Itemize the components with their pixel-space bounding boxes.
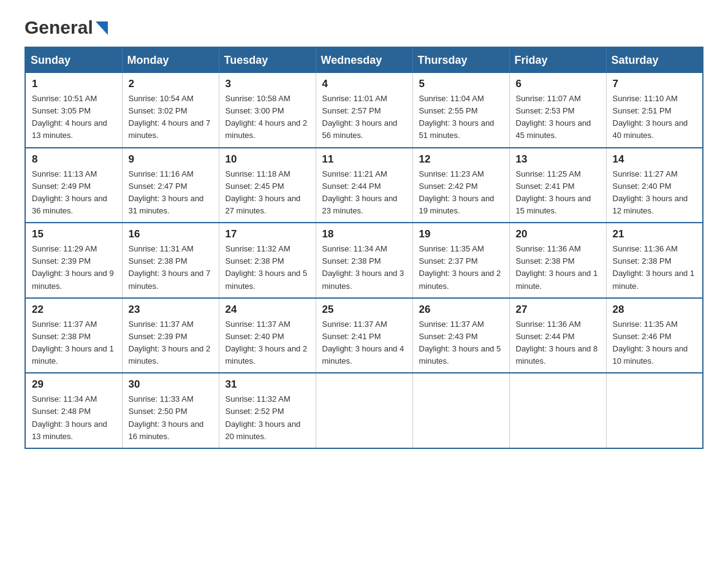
day-info: Sunrise: 11:18 AMSunset: 2:45 PMDaylight… <box>226 168 309 218</box>
day-number: 4 <box>322 78 406 90</box>
calendar-cell: 11 Sunrise: 11:21 AMSunset: 2:44 PMDayli… <box>316 148 412 223</box>
day-number: 19 <box>419 228 503 240</box>
calendar-week-5: 29 Sunrise: 11:34 AMSunset: 2:48 PMDayli… <box>25 373 703 448</box>
calendar-cell: 28 Sunrise: 11:35 AMSunset: 2:46 PMDayli… <box>606 298 703 373</box>
day-info: Sunrise: 11:16 AMSunset: 2:47 PMDaylight… <box>129 168 213 218</box>
day-number: 5 <box>419 78 503 90</box>
calendar-cell: 15 Sunrise: 11:29 AMSunset: 2:39 PMDayli… <box>25 223 122 298</box>
calendar-header-saturday: Saturday <box>606 47 703 73</box>
day-info: Sunrise: 11:25 AMSunset: 2:41 PMDaylight… <box>516 168 600 218</box>
day-info: Sunrise: 10:51 AMSunset: 3:05 PMDaylight… <box>32 93 116 142</box>
calendar-cell: 21 Sunrise: 11:36 AMSunset: 2:38 PMDayli… <box>606 223 703 298</box>
day-info: Sunrise: 11:35 AMSunset: 2:37 PMDaylight… <box>419 243 503 293</box>
day-number: 24 <box>226 304 309 316</box>
day-info: Sunrise: 11:01 AMSunset: 2:57 PMDaylight… <box>322 93 406 142</box>
day-info: Sunrise: 11:07 AMSunset: 2:53 PMDaylight… <box>516 93 600 142</box>
calendar-header-monday: Monday <box>122 47 219 73</box>
day-number: 21 <box>613 228 697 240</box>
day-info: Sunrise: 11:23 AMSunset: 2:42 PMDaylight… <box>419 168 503 218</box>
calendar-header-row: SundayMondayTuesdayWednesdayThursdayFrid… <box>25 47 703 73</box>
day-number: 22 <box>32 304 116 316</box>
day-info: Sunrise: 11:32 AMSunset: 2:38 PMDaylight… <box>226 243 309 293</box>
calendar-header-wednesday: Wednesday <box>316 47 412 73</box>
calendar-cell: 10 Sunrise: 11:18 AMSunset: 2:45 PMDayli… <box>219 148 316 223</box>
calendar-week-2: 8 Sunrise: 11:13 AMSunset: 2:49 PMDaylig… <box>25 148 703 223</box>
day-number: 8 <box>32 153 116 166</box>
day-info: Sunrise: 11:10 AMSunset: 2:51 PMDaylight… <box>613 93 697 142</box>
calendar-header-sunday: Sunday <box>25 47 122 73</box>
calendar-cell: 17 Sunrise: 11:32 AMSunset: 2:38 PMDayli… <box>219 223 316 298</box>
calendar-week-4: 22 Sunrise: 11:37 AMSunset: 2:38 PMDayli… <box>25 298 703 373</box>
day-info: Sunrise: 11:34 AMSunset: 2:48 PMDaylight… <box>32 393 116 443</box>
day-number: 23 <box>129 304 213 316</box>
calendar-cell: 26 Sunrise: 11:37 AMSunset: 2:43 PMDayli… <box>412 298 509 373</box>
day-number: 17 <box>226 228 309 240</box>
day-number: 28 <box>613 304 697 316</box>
svg-marker-0 <box>96 21 108 35</box>
calendar-cell: 22 Sunrise: 11:37 AMSunset: 2:38 PMDayli… <box>25 298 122 373</box>
day-info: Sunrise: 11:37 AMSunset: 2:40 PMDaylight… <box>226 318 309 368</box>
calendar-cell: 12 Sunrise: 11:23 AMSunset: 2:42 PMDayli… <box>412 148 509 223</box>
calendar-cell: 2 Sunrise: 10:54 AMSunset: 3:02 PMDaylig… <box>122 73 219 148</box>
calendar-cell: 9 Sunrise: 11:16 AMSunset: 2:47 PMDaylig… <box>122 148 219 223</box>
day-info: Sunrise: 11:36 AMSunset: 2:44 PMDaylight… <box>516 318 600 368</box>
calendar-week-3: 15 Sunrise: 11:29 AMSunset: 2:39 PMDayli… <box>25 223 703 298</box>
calendar-cell: 1 Sunrise: 10:51 AMSunset: 3:05 PMDaylig… <box>25 73 122 148</box>
day-info: Sunrise: 11:36 AMSunset: 2:38 PMDaylight… <box>613 243 697 293</box>
day-number: 30 <box>129 378 213 391</box>
day-number: 1 <box>32 78 116 90</box>
logo-general: General <box>25 18 93 37</box>
day-number: 6 <box>516 78 600 90</box>
calendar-body: 1 Sunrise: 10:51 AMSunset: 3:05 PMDaylig… <box>25 73 703 448</box>
day-info: Sunrise: 10:54 AMSunset: 3:02 PMDaylight… <box>129 93 213 142</box>
calendar-cell: 29 Sunrise: 11:34 AMSunset: 2:48 PMDayli… <box>25 373 122 448</box>
calendar-header-tuesday: Tuesday <box>219 47 316 73</box>
calendar-cell: 4 Sunrise: 11:01 AMSunset: 2:57 PMDaylig… <box>316 73 412 148</box>
calendar-cell: 16 Sunrise: 11:31 AMSunset: 2:38 PMDayli… <box>122 223 219 298</box>
day-number: 2 <box>129 78 213 90</box>
day-number: 31 <box>226 378 309 391</box>
calendar-cell <box>606 373 703 448</box>
calendar-header-friday: Friday <box>509 47 606 73</box>
day-info: Sunrise: 11:31 AMSunset: 2:38 PMDaylight… <box>129 243 213 293</box>
day-number: 29 <box>32 378 116 391</box>
day-number: 14 <box>613 153 697 166</box>
calendar-cell: 25 Sunrise: 11:37 AMSunset: 2:41 PMDayli… <box>316 298 412 373</box>
day-info: Sunrise: 10:58 AMSunset: 3:00 PMDaylight… <box>226 93 309 142</box>
calendar-week-1: 1 Sunrise: 10:51 AMSunset: 3:05 PMDaylig… <box>25 73 703 148</box>
day-number: 3 <box>226 78 309 90</box>
calendar-cell <box>316 373 412 448</box>
calendar-cell: 8 Sunrise: 11:13 AMSunset: 2:49 PMDaylig… <box>25 148 122 223</box>
day-number: 9 <box>129 153 213 166</box>
logo: General <box>25 18 108 34</box>
day-number: 13 <box>516 153 600 166</box>
calendar-cell: 23 Sunrise: 11:37 AMSunset: 2:39 PMDayli… <box>122 298 219 373</box>
day-number: 20 <box>516 228 600 240</box>
day-info: Sunrise: 11:32 AMSunset: 2:52 PMDaylight… <box>226 393 309 443</box>
calendar-cell: 6 Sunrise: 11:07 AMSunset: 2:53 PMDaylig… <box>509 73 606 148</box>
calendar-cell: 13 Sunrise: 11:25 AMSunset: 2:41 PMDayli… <box>509 148 606 223</box>
day-number: 12 <box>419 153 503 166</box>
day-number: 16 <box>129 228 213 240</box>
day-info: Sunrise: 11:37 AMSunset: 2:41 PMDaylight… <box>322 318 406 368</box>
day-info: Sunrise: 11:29 AMSunset: 2:39 PMDaylight… <box>32 243 116 293</box>
day-info: Sunrise: 11:34 AMSunset: 2:38 PMDaylight… <box>322 243 406 293</box>
logo-arrow-icon <box>94 21 108 35</box>
calendar-cell: 7 Sunrise: 11:10 AMSunset: 2:51 PMDaylig… <box>606 73 703 148</box>
day-number: 26 <box>419 304 503 316</box>
day-info: Sunrise: 11:33 AMSunset: 2:50 PMDaylight… <box>129 393 213 443</box>
calendar-cell: 27 Sunrise: 11:36 AMSunset: 2:44 PMDayli… <box>509 298 606 373</box>
calendar-cell: 5 Sunrise: 11:04 AMSunset: 2:55 PMDaylig… <box>412 73 509 148</box>
calendar-cell: 20 Sunrise: 11:36 AMSunset: 2:38 PMDayli… <box>509 223 606 298</box>
day-info: Sunrise: 11:37 AMSunset: 2:38 PMDaylight… <box>32 318 116 368</box>
calendar-table: SundayMondayTuesdayWednesdayThursdayFrid… <box>25 47 703 449</box>
day-info: Sunrise: 11:35 AMSunset: 2:46 PMDaylight… <box>613 318 697 368</box>
day-number: 10 <box>226 153 309 166</box>
day-number: 25 <box>322 304 406 316</box>
day-number: 7 <box>613 78 697 90</box>
day-info: Sunrise: 11:37 AMSunset: 2:43 PMDaylight… <box>419 318 503 368</box>
calendar-cell: 30 Sunrise: 11:33 AMSunset: 2:50 PMDayli… <box>122 373 219 448</box>
calendar-cell: 3 Sunrise: 10:58 AMSunset: 3:00 PMDaylig… <box>219 73 316 148</box>
calendar-cell <box>412 373 509 448</box>
calendar-header-thursday: Thursday <box>412 47 509 73</box>
